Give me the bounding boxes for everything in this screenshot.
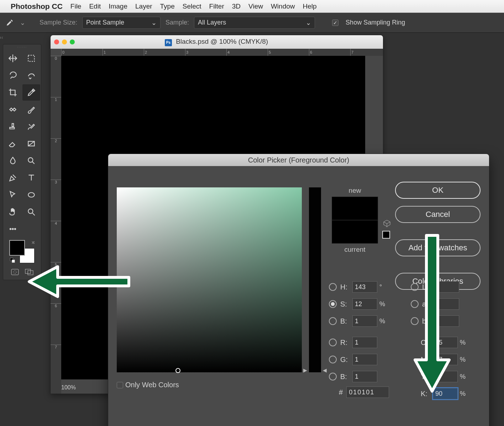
y-label: Y: [421,373,433,381]
sb-cursor[interactable] [175,368,180,373]
s-radio[interactable] [329,300,337,308]
saturation-brightness-field[interactable] [117,187,302,372]
b2-radio[interactable] [329,373,337,380]
menu-3d[interactable]: 3D [232,2,241,10]
g-radio[interactable] [329,356,337,363]
l-radio[interactable] [411,283,419,291]
window-titlebar[interactable]: Ps Blacks.psd @ 100% (CMYK/8) [51,35,383,49]
current-tool-icon[interactable] [4,17,15,28]
panel-grip[interactable]: ∙∙∙∙∙∙ [3,44,41,49]
eyedropper-tool[interactable] [22,84,40,101]
more-tool[interactable] [4,221,22,237]
new-color-swatch[interactable] [332,197,378,220]
quick-select-tool[interactable] [22,67,40,84]
s-input[interactable] [352,298,377,310]
ok-button[interactable]: OK [395,182,481,199]
dodge-tool[interactable] [22,153,40,169]
l-input[interactable] [434,281,459,293]
menu-layer[interactable]: Layer [135,2,152,10]
tool-preset-chevron-icon[interactable]: ⌄ [20,19,25,27]
healing-tool[interactable] [4,101,22,118]
zoom-status[interactable]: 100% [61,384,76,391]
dialog-title[interactable]: Color Picker (Foreground Color) [108,154,489,166]
c-label: C: [421,339,433,347]
ellipse-tool[interactable] [22,187,40,203]
g-input[interactable] [352,354,377,365]
menu-help[interactable]: Help [303,2,317,10]
crop-tool[interactable] [4,84,22,101]
b2-input[interactable] [352,371,377,382]
menu-file[interactable]: File [70,2,82,10]
current-color-swatch[interactable] [332,220,378,244]
fg-bg-swatch[interactable]: ⤭ [9,240,35,263]
sample-size-select[interactable]: Point Sample ⌄ [82,17,161,29]
path-select-tool[interactable] [4,187,22,203]
h-unit: ° [379,283,382,291]
h-input[interactable] [352,281,377,293]
ruler-tick: 3 [185,49,188,56]
ruler-tick: 7 [350,49,353,56]
lab-b-radio[interactable] [411,317,419,325]
menu-filter[interactable]: Filter [209,2,224,10]
vertical-ruler[interactable]: 01234567 [51,56,61,394]
menu-image[interactable]: Image [109,2,127,10]
ruler-tick: 3 [51,180,61,184]
stamp-tool[interactable] [4,118,22,135]
hue-slider-arrow-icon[interactable]: ▶ [303,367,307,373]
gamut-swatch[interactable] [382,231,390,239]
h-radio[interactable] [329,283,337,291]
app-name[interactable]: Photoshop CC [11,2,63,11]
hex-input[interactable] [346,387,389,398]
b-radio[interactable] [329,317,337,325]
k-unit: % [460,390,466,398]
k-input[interactable] [433,388,458,399]
sample-value: All Layers [198,19,226,26]
y-input[interactable] [433,371,458,382]
marquee-tool[interactable] [22,50,40,66]
show-sampling-ring-checkbox[interactable] [332,20,338,26]
horizontal-ruler[interactable]: 01234567 [61,49,383,56]
svg-point-3 [28,193,34,197]
blur-tool[interactable] [4,153,22,169]
hand-tool[interactable] [4,204,22,220]
lab-b-input[interactable] [434,315,459,327]
gradient-tool[interactable] [22,135,40,152]
ruler-tick: 1 [103,49,106,56]
brush-tool[interactable] [22,101,40,118]
move-tool[interactable] [4,50,22,66]
swap-colors-icon[interactable]: ⤭ [31,240,35,245]
m-input[interactable] [433,354,458,365]
cancel-button[interactable]: Cancel [395,206,481,223]
sample-select[interactable]: All Layers ⌄ [194,17,315,29]
history-brush-tool[interactable] [22,118,40,135]
default-colors-icon[interactable] [10,258,15,263]
menu-select[interactable]: Select [183,2,201,10]
foreground-swatch[interactable] [9,240,25,256]
menu-edit[interactable]: Edit [89,2,101,10]
screen-mode-icon[interactable] [24,268,35,276]
menu-view[interactable]: View [248,2,263,10]
only-web-colors-checkbox[interactable] [117,382,123,388]
a-radio[interactable] [411,300,419,308]
tool-empty [22,221,40,237]
eraser-tool[interactable] [4,135,22,152]
zoom-tool[interactable] [22,204,40,220]
lasso-tool[interactable] [4,67,22,84]
menu-window[interactable]: Window [271,2,295,10]
pen-tool[interactable] [4,170,22,186]
cube-warning-icon[interactable] [383,219,391,227]
r-radio[interactable] [329,339,337,346]
menu-type[interactable]: Type [160,2,175,10]
add-swatches-button[interactable]: Add to Swatches [395,239,481,256]
hue-slider-arrow-icon[interactable]: ◀ [323,367,327,373]
quick-mask-icon[interactable] [10,268,20,276]
type-tool[interactable] [22,170,40,186]
l-label: L: [422,283,434,291]
expand-panel-icon[interactable]: ‹‹ [0,34,3,41]
b-input[interactable] [352,315,377,327]
h-label: H: [340,283,352,291]
c-input[interactable] [433,337,458,348]
a-input[interactable] [434,298,459,310]
r-input[interactable] [352,337,377,348]
hue-strip[interactable]: ▶ ◀ [309,187,321,372]
